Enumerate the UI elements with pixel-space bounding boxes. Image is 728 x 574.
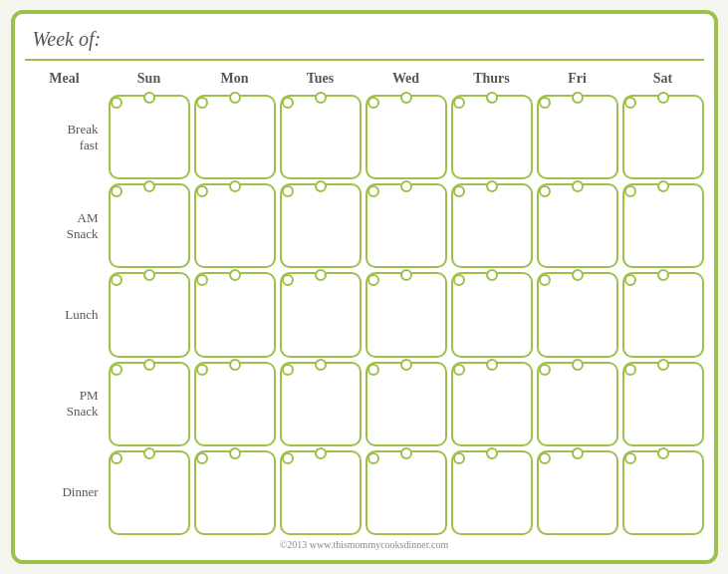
lunch-wed[interactable] (365, 272, 447, 357)
lunch-label: Lunch (25, 272, 105, 357)
breakfast-row: Breakfast (25, 95, 704, 179)
am-snack-thurs[interactable] (451, 183, 533, 268)
am-snack-fri[interactable] (537, 183, 618, 268)
dinner-row: Dinner (25, 450, 704, 535)
day-header-fri: Fri (537, 67, 618, 91)
dinner-tues[interactable] (280, 450, 362, 535)
am-snack-tues[interactable] (280, 183, 362, 268)
pm-snack-sat[interactable] (622, 362, 704, 446)
pm-snack-mon[interactable] (194, 362, 276, 446)
breakfast-tues[interactable] (280, 95, 362, 179)
breakfast-fri[interactable] (537, 95, 618, 179)
pm-snack-label: PMSnack (25, 362, 105, 446)
am-snack-sat[interactable] (622, 183, 704, 268)
lunch-sun[interactable] (109, 272, 190, 357)
meal-column-header: Meal (25, 67, 105, 91)
dinner-thurs[interactable] (451, 450, 533, 535)
pm-snack-thurs[interactable] (451, 362, 533, 446)
dinner-sat[interactable] (622, 450, 704, 535)
pm-snack-wed[interactable] (365, 362, 447, 446)
am-snack-label: AMSnack (25, 183, 105, 268)
lunch-sat[interactable] (622, 272, 704, 357)
day-header-wed: Wed (365, 67, 447, 91)
dinner-wed[interactable] (365, 450, 447, 535)
copyright-text: ©2013 www.thismommycooksdinner.com (25, 535, 704, 550)
dinner-mon[interactable] (194, 450, 276, 535)
dinner-label: Dinner (25, 450, 105, 535)
day-header-tues: Tues (280, 67, 362, 91)
day-header-thurs: Thurs (451, 67, 533, 91)
am-snack-sun[interactable] (109, 183, 190, 268)
breakfast-label: Breakfast (25, 95, 105, 179)
lunch-row: Lunch (25, 272, 704, 357)
am-snack-mon[interactable] (194, 183, 276, 268)
header-row: Meal Sun Mon Tues Wed Thurs Fri Sat (25, 67, 704, 91)
lunch-fri[interactable] (537, 272, 618, 357)
am-snack-row: AMSnack (25, 183, 704, 268)
pm-snack-tues[interactable] (280, 362, 362, 446)
pm-snack-sun[interactable] (109, 362, 190, 446)
am-snack-wed[interactable] (365, 183, 447, 268)
day-header-sun: Sun (109, 67, 190, 91)
breakfast-wed[interactable] (365, 95, 447, 179)
dinner-sun[interactable] (109, 450, 190, 535)
breakfast-sun[interactable] (109, 95, 190, 179)
meal-grid: Meal Sun Mon Tues Wed Thurs Fri Sat Brea… (25, 67, 704, 535)
day-header-sat: Sat (622, 67, 704, 91)
pm-snack-row: PMSnack (25, 362, 704, 446)
dinner-fri[interactable] (537, 450, 618, 535)
week-of-header: Week of: (25, 24, 704, 61)
lunch-tues[interactable] (280, 272, 362, 357)
breakfast-thurs[interactable] (451, 95, 533, 179)
meal-planner: Week of: Meal Sun Mon Tues Wed Thurs Fri… (11, 10, 718, 564)
pm-snack-fri[interactable] (537, 362, 618, 446)
lunch-thurs[interactable] (451, 272, 533, 357)
lunch-mon[interactable] (194, 272, 276, 357)
breakfast-mon[interactable] (194, 95, 276, 179)
day-header-mon: Mon (194, 67, 276, 91)
breakfast-sat[interactable] (622, 95, 704, 179)
